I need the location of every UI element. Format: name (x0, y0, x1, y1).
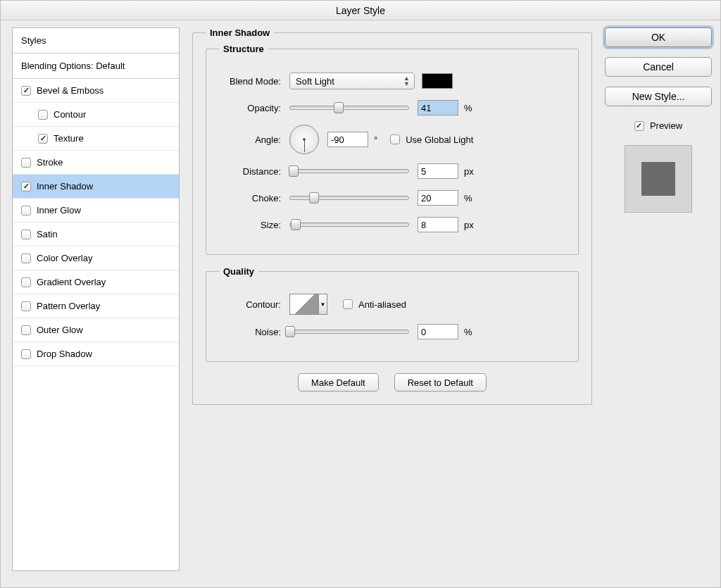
style-checkbox[interactable] (21, 349, 31, 359)
style-item-label: Satin (37, 229, 58, 239)
opacity-unit: % (464, 103, 472, 113)
distance-slider[interactable] (289, 169, 409, 173)
style-item-label: Bevel & Emboss (37, 85, 104, 96)
style-item-label: Inner Glow (37, 205, 81, 215)
style-checkbox[interactable] (21, 254, 31, 263)
angle-unit: ° (374, 135, 377, 145)
blending-options-row[interactable]: Blending Options: Default (13, 54, 179, 79)
cancel-button[interactable]: Cancel (605, 57, 712, 77)
blend-mode-dropdown[interactable]: Soft Light ▲▼ (289, 73, 415, 89)
style-item-color-overlay[interactable]: Color Overlay (13, 246, 179, 270)
noise-input[interactable] (418, 324, 458, 339)
preview-checkbox[interactable] (634, 121, 644, 131)
panel-title: Inner Shadow (206, 27, 274, 38)
style-checkbox[interactable] (21, 301, 31, 311)
blend-mode-row: Blend Mode: Soft Light ▲▼ (219, 71, 565, 91)
dialog-title: Layer Style (1, 1, 720, 20)
opacity-thumb[interactable] (334, 102, 344, 113)
distance-input[interactable] (418, 163, 458, 179)
style-item-inner-glow[interactable]: Inner Glow (13, 199, 179, 223)
style-item-gradient-overlay[interactable]: Gradient Overlay (13, 270, 179, 294)
distance-label: Distance: (219, 166, 289, 177)
style-item-contour[interactable]: Contour (13, 103, 179, 127)
style-item-label: Inner Shadow (37, 181, 93, 192)
inner-shadow-fieldset: Inner Shadow Structure Blend Mode: Soft … (192, 27, 592, 405)
use-global-light-checkbox[interactable] (390, 135, 400, 144)
contour-row: Contour: ▼ Anti-aliased (219, 294, 565, 315)
make-default-button[interactable]: Make Default (298, 373, 379, 392)
angle-input[interactable] (327, 132, 368, 147)
default-buttons-row: Make Default Reset to Default (206, 373, 579, 392)
angle-dial[interactable] (289, 125, 319, 154)
style-item-drop-shadow[interactable]: Drop Shadow (13, 342, 179, 366)
style-item-texture[interactable]: Texture (13, 127, 179, 151)
style-item-label: Gradient Overlay (37, 277, 106, 287)
size-thumb[interactable] (291, 219, 301, 230)
choke-input[interactable] (418, 190, 458, 206)
style-checkbox[interactable] (38, 134, 48, 144)
size-row: Size: px (219, 215, 565, 234)
style-checkbox[interactable] (21, 325, 31, 335)
style-checkbox[interactable] (21, 230, 31, 239)
opacity-slider[interactable] (289, 106, 409, 110)
ok-button[interactable]: OK (605, 27, 712, 47)
use-global-light-label: Use Global Light (406, 135, 473, 145)
styles-header[interactable]: Styles (13, 28, 179, 54)
dialog-content: Styles Blending Options: Default Bevel &… (1, 20, 720, 587)
choke-thumb[interactable] (309, 192, 319, 204)
choke-label: Choke: (219, 193, 289, 204)
style-item-inner-shadow[interactable]: Inner Shadow (13, 175, 179, 199)
size-input[interactable] (418, 217, 458, 232)
style-item-bevel-emboss[interactable]: Bevel & Emboss (13, 79, 179, 103)
distance-unit: px (464, 166, 474, 177)
distance-row: Distance: px (219, 161, 565, 181)
opacity-input[interactable] (418, 100, 458, 115)
style-item-satin[interactable]: Satin (13, 223, 179, 246)
noise-row: Noise: % (219, 322, 565, 342)
noise-label: Noise: (219, 327, 289, 337)
preview-label: Preview (650, 120, 682, 131)
anti-aliased-label: Anti-aliased (358, 299, 406, 310)
dropdown-arrows-icon: ▲▼ (403, 75, 410, 87)
choke-row: Choke: % (219, 188, 565, 208)
angle-label: Angle: (219, 135, 289, 145)
style-checkbox[interactable] (21, 206, 31, 215)
preview-row: Preview (605, 120, 712, 131)
style-item-label: Color Overlay (37, 253, 92, 263)
noise-slider[interactable] (289, 330, 409, 334)
style-item-outer-glow[interactable]: Outer Glow (13, 318, 179, 342)
size-slider[interactable] (289, 223, 409, 227)
style-checkbox[interactable] (21, 86, 31, 96)
structure-fieldset: Structure Blend Mode: Soft Light ▲▼ Opac… (206, 44, 579, 255)
styles-list: Styles Blending Options: Default Bevel &… (12, 27, 180, 571)
size-unit: px (464, 220, 474, 230)
new-style-button[interactable]: New Style... (605, 87, 712, 106)
noise-unit: % (464, 327, 472, 337)
structure-legend: Structure (219, 44, 268, 54)
anti-aliased-checkbox[interactable] (343, 299, 353, 309)
angle-dial-line-icon (304, 139, 305, 152)
contour-label: Contour: (219, 299, 289, 310)
contour-swatch[interactable] (289, 294, 319, 315)
size-label: Size: (219, 220, 289, 230)
style-item-label: Pattern Overlay (37, 301, 100, 311)
opacity-row: Opacity: % (219, 98, 565, 118)
choke-slider[interactable] (289, 196, 409, 200)
reset-to-default-button[interactable]: Reset to Default (394, 373, 487, 392)
contour-dropdown-button[interactable]: ▼ (319, 294, 327, 315)
style-item-stroke[interactable]: Stroke (13, 151, 179, 175)
style-item-label: Contour (54, 109, 86, 120)
angle-row: Angle: ° Use Global Light (219, 125, 565, 154)
style-checkbox[interactable] (21, 158, 31, 168)
style-item-label: Drop Shadow (37, 349, 92, 359)
choke-unit: % (464, 193, 472, 204)
style-checkbox[interactable] (21, 182, 31, 192)
distance-thumb[interactable] (289, 165, 299, 177)
style-item-label: Stroke (37, 157, 63, 168)
style-checkbox[interactable] (38, 110, 48, 120)
style-item-pattern-overlay[interactable]: Pattern Overlay (13, 294, 179, 318)
style-item-label: Texture (54, 133, 84, 144)
noise-thumb[interactable] (285, 326, 295, 337)
style-checkbox[interactable] (21, 277, 31, 287)
shadow-color-swatch[interactable] (422, 73, 453, 89)
